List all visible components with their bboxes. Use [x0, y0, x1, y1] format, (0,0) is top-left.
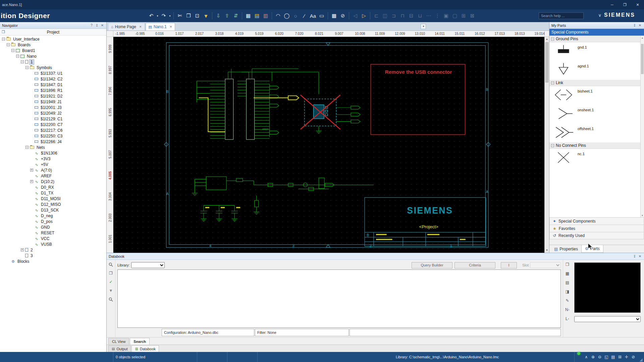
scrollbar-thumb[interactable] [641, 44, 644, 74]
tree-item--1i1896-r1[interactable]: $1I1896: R1 [0, 87, 106, 93]
part-item-agnd-1[interactable]: agnd.1 [549, 61, 644, 80]
tree-item--1i2200-c7[interactable]: $1I2200: C7 [0, 122, 106, 127]
dock-tab-databook[interactable]: ▥Databook [131, 345, 159, 352]
part-item-bisheet-1[interactable]: bisheet.1 [549, 86, 644, 105]
align-top-button[interactable]: ⊓ [398, 11, 407, 20]
align-middle-button[interactable]: ⊟ [407, 11, 416, 20]
collapse-icon[interactable]: − [7, 43, 10, 46]
close-icon[interactable]: ✕ [100, 23, 105, 27]
symbol-select[interactable] [574, 316, 641, 322]
collapse-icon[interactable]: − [25, 146, 29, 149]
collapse-icon[interactable]: − [11, 49, 14, 52]
tree-item--1i2217-c6[interactable]: $1I2217: C6 [0, 127, 106, 133]
scrollbar-thumb[interactable] [545, 42, 548, 82]
button-recently-used[interactable]: ↺Recently Used [549, 232, 644, 239]
cut-button[interactable]: ✄ [175, 11, 184, 20]
tree-item--1n1306[interactable]: ∿$1N1306 [0, 150, 106, 156]
db-export-sheet-icon[interactable]: ▤ [564, 279, 571, 286]
zoom-in-icon[interactable]: ⊕ [590, 355, 596, 359]
canvas-vertical-scrollbar[interactable]: ▲ ▼ [544, 37, 549, 253]
db-find-icon[interactable] [108, 296, 114, 303]
collapse-icon[interactable]: − [16, 55, 19, 58]
close-icon[interactable]: ✕ [637, 254, 643, 258]
tree-item--1i1847-d1[interactable]: $1I1847: D1 [0, 82, 106, 87]
close-button[interactable]: ✕ [631, 0, 644, 9]
filter-button[interactable]: ▼ [202, 11, 210, 20]
tree-item--1i1949-j1[interactable]: $1I1949: J1 [0, 99, 106, 105]
tree-item-d12-miso[interactable]: ∿D12_MISO [0, 201, 106, 207]
mirror-horizontal-button[interactable]: ◁ [351, 11, 360, 20]
library-select[interactable] [131, 262, 165, 268]
parts-group-no-connect-pins[interactable]: −No Connect Pins [549, 142, 644, 149]
paste-button[interactable]: ⊡ [193, 11, 202, 20]
annotation-box[interactable] [371, 64, 465, 135]
scroll-up-icon[interactable]: ▴ [641, 36, 644, 40]
collapse-icon[interactable]: − [2, 38, 5, 41]
expand-icon[interactable]: + [21, 248, 24, 251]
tree-item--1i2250-c3[interactable]: $1I2250: C3 [0, 133, 106, 139]
close-tab-icon[interactable]: ✕ [139, 25, 142, 28]
pin-icon[interactable]: ↧ [632, 254, 637, 258]
tree-item-nano[interactable]: −Nano [0, 53, 106, 59]
info-button[interactable]: I [501, 262, 517, 268]
tree-item-2[interactable]: +2 [0, 247, 106, 253]
tree-item-user-interface[interactable]: −User_Interface [0, 36, 106, 42]
search-help-input[interactable] [539, 12, 584, 19]
minimize-button[interactable]: ─ [606, 0, 619, 9]
db-edit-icon[interactable]: ✎ [564, 297, 571, 304]
criteria-button[interactable]: Criteria [454, 262, 495, 268]
maximize-button[interactable]: ❐ [619, 0, 631, 9]
pin-icon[interactable]: ↧ [94, 23, 100, 27]
chevron-down-icon[interactable]: ∨ [598, 13, 601, 18]
scroll-down-icon[interactable]: ▾ [641, 214, 644, 217]
collapse-icon[interactable]: − [551, 38, 554, 41]
tree-item--1i2049-j2[interactable]: $1I2049: J2 [0, 110, 106, 116]
same-height-button[interactable]: ▢ [450, 11, 459, 20]
tab-properties[interactable]: ▤Properties [551, 245, 581, 253]
button-favorites[interactable]: ★Favorites [549, 225, 644, 232]
distribute-horizontal-button[interactable]: ⋯ [424, 11, 433, 20]
tree-item-d-10-2-[interactable]: +∿D(10:2) [0, 179, 106, 184]
collapse-icon[interactable]: − [21, 60, 24, 63]
redo-menu-button[interactable]: ▾ [168, 11, 172, 20]
tab-cl-view[interactable]: CL View [108, 338, 129, 345]
tab-parts[interactable]: ⚙Parts [581, 245, 603, 253]
add-text-button[interactable]: Aa [309, 11, 317, 20]
close-icon[interactable]: ✕ [637, 23, 643, 27]
tab-list-dropdown-icon[interactable]: ▾ [421, 24, 426, 29]
tree-item-3[interactable]: 3 [0, 253, 106, 258]
view-sheet-icon[interactable]: ▤ [610, 355, 616, 359]
tree-item-aref[interactable]: ∿AREF [0, 173, 106, 179]
part-item-offsheet-1[interactable]: offsheet.1 [549, 124, 644, 142]
tree-item-reset[interactable]: ∿RESET [0, 230, 106, 236]
connector-symbols[interactable] [225, 79, 254, 140]
resize-grip[interactable]: ◢ [638, 357, 644, 362]
open-symbol-button[interactable]: ▤ [253, 11, 261, 20]
push-down-button[interactable]: ⇩ [214, 11, 223, 20]
tree-item-blocks[interactable]: ⚙Blocks [0, 258, 106, 264]
tab-nano-1[interactable]: ▤Nano.1✕ [146, 23, 175, 31]
databook-window-button[interactable]: ▦ [244, 11, 253, 20]
scroll-down-icon[interactable]: ▼ [545, 248, 549, 253]
tree-item--1i1342-c2[interactable]: $1I1342: C2 [0, 76, 106, 82]
tree-item-boards[interactable]: −Boards [0, 42, 106, 48]
ungroup-button[interactable]: ⊠ [468, 11, 477, 20]
align-center-button[interactable]: ◫ [381, 11, 389, 20]
db-verify-icon[interactable]: ✓ [108, 279, 114, 285]
db-new-lib-icon[interactable]: L+ [564, 315, 571, 322]
align-bottom-button[interactable]: ⊔ [416, 11, 424, 20]
add-line-button[interactable]: ∕ [300, 11, 309, 20]
tree-item-d-pos[interactable]: ∿D_pos [0, 219, 106, 224]
expand-statusbar-icon[interactable]: ∧ [583, 355, 590, 359]
part-item-gnd-1[interactable]: gnd.1 [549, 42, 644, 61]
parts-group-link[interactable]: −Link [549, 80, 644, 86]
dock-tab-output[interactable]: ▤Output [108, 345, 131, 352]
part-item-onsheet-1[interactable]: onsheet.1 [549, 105, 644, 124]
undo-button[interactable]: ↶ [147, 11, 156, 20]
grid-toggle-button[interactable]: ▩ [330, 11, 338, 20]
tree-item-board1[interactable]: −Board1 [0, 48, 106, 53]
tree-item-1[interactable]: −1 [0, 59, 106, 65]
scroll-up-icon[interactable]: ▲ [545, 37, 549, 42]
db-paste-icon[interactable]: ❐ [108, 270, 114, 277]
add-rectangle-button[interactable]: ▭ [317, 11, 326, 20]
